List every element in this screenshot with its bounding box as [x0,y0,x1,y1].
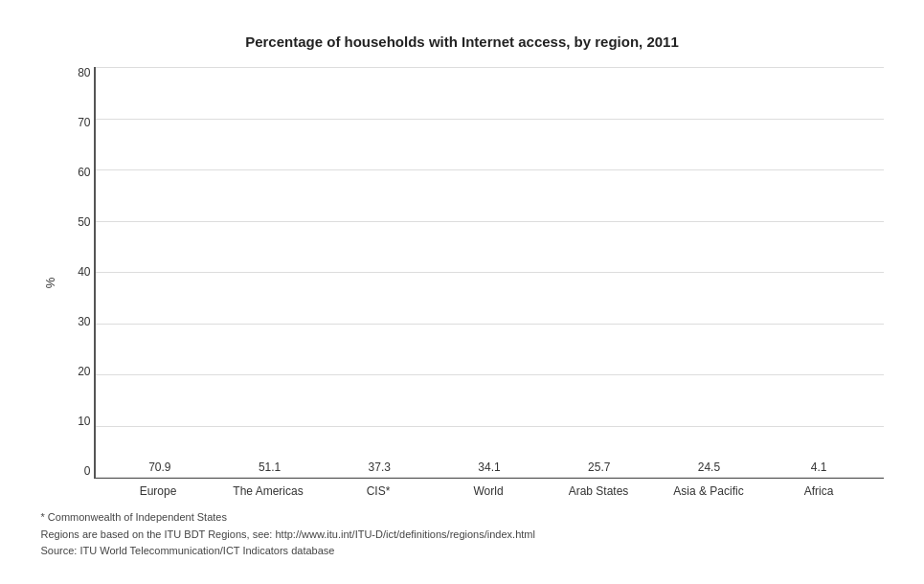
x-axis-label: Arab States [544,484,654,498]
y-axis-label: % [41,67,58,498]
bar-value-label: 34.1 [478,460,500,474]
y-tick: 30 [62,316,96,327]
footnote-line: Regions are based on the ITU BDT Regions… [41,527,884,544]
footnote-line: * Commonwealth of Independent States [41,509,884,527]
x-axis-label: World [434,484,544,498]
x-axis-label: CIS* [324,484,434,498]
chart-inner: 01020304050607080 70.951.137.334.125.724… [60,67,884,498]
footnote-line: Source: ITU World Telecommunication/ICT … [41,543,884,560]
y-tick: 80 [62,67,96,79]
y-ticks: 01020304050607080 [62,67,96,477]
x-axis-label: Asia & Pacific [654,484,764,498]
chart-area: % 01020304050607080 70.951.137.334.125.7… [41,67,884,498]
chart-title: Percentage of households with Internet a… [41,34,884,50]
y-tick: 10 [62,416,96,427]
grid-and-bars: 01020304050607080 70.951.137.334.125.724… [94,67,884,479]
bar-value-label: 37.3 [369,460,391,474]
bar-value-label: 51.1 [259,460,281,474]
y-tick: 70 [62,117,96,128]
bar-group: 37.3 [325,460,435,477]
grid-line [96,477,884,478]
bar-group: 25.7 [544,460,654,477]
bar-group: 70.9 [105,460,215,477]
bar-group: 24.5 [654,460,764,477]
y-tick: 50 [62,216,96,228]
bar-value-label: 70.9 [148,460,170,474]
bar-value-label: 4.1 [811,460,827,474]
x-labels: EuropeThe AmericasCIS*WorldArab StatesAs… [94,479,884,498]
x-axis-label: Africa [764,484,874,498]
x-axis-label: The Americas [214,484,324,498]
bars-row: 70.951.137.334.125.724.54.1 [96,67,884,477]
chart-container: Percentage of households with Internet a… [22,14,903,570]
y-tick: 40 [62,266,96,278]
y-tick: 60 [62,167,96,178]
bar-value-label: 25.7 [588,460,610,474]
y-tick: 20 [62,366,96,377]
bar-group: 34.1 [435,460,545,477]
bar-group: 51.1 [214,460,325,477]
y-tick: 0 [62,465,96,477]
bar-group: 4.1 [764,460,874,477]
bar-value-label: 24.5 [698,460,720,474]
plot-area: 01020304050607080 70.951.137.334.125.724… [60,67,884,479]
x-axis-label: Europe [103,484,214,498]
footnotes: * Commonwealth of Independent StatesRegi… [41,509,884,560]
